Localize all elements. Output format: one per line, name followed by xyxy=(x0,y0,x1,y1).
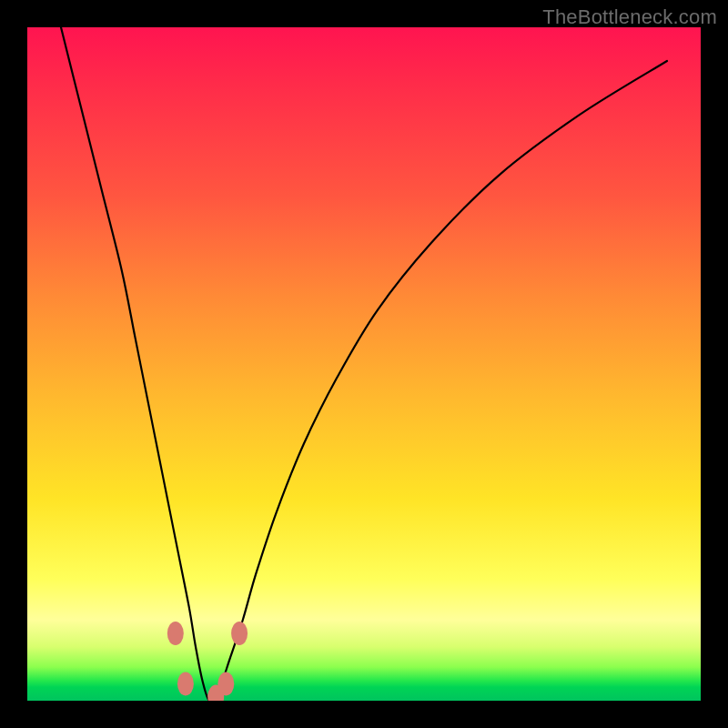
bottleneck-curve xyxy=(61,27,667,701)
curve-svg xyxy=(27,27,701,701)
curve-marker xyxy=(177,672,194,696)
curve-markers xyxy=(167,622,248,701)
plot-area xyxy=(27,27,701,701)
chart-frame: TheBottleneck.com xyxy=(0,0,728,728)
curve-marker xyxy=(231,622,248,645)
curve-marker xyxy=(167,622,184,645)
watermark-text: TheBottleneck.com xyxy=(542,5,717,29)
curve-marker xyxy=(217,672,234,696)
